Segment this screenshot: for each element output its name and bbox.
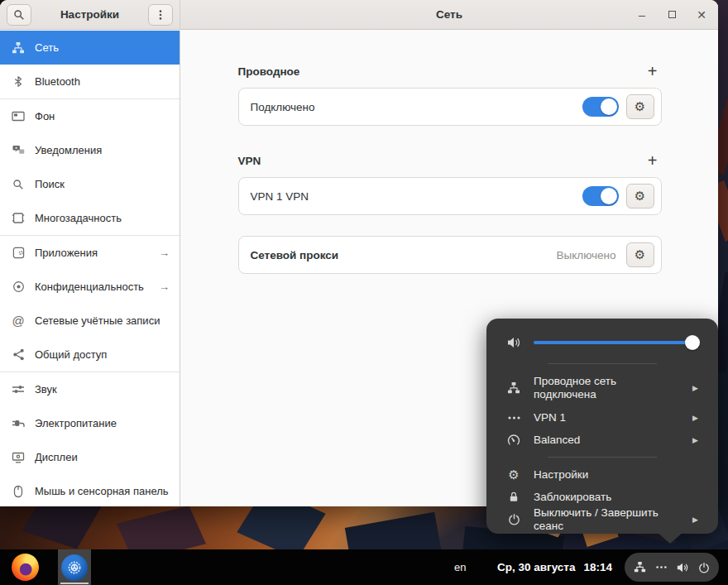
vpn-tray-icon bbox=[655, 563, 668, 571]
settings-menu-item[interactable]: ⚙ Настройки bbox=[486, 463, 718, 486]
sidebar-item-displays[interactable]: Дисплеи bbox=[0, 440, 180, 474]
sidebar-item-online-accounts[interactable]: @ Сетевые учётные записи bbox=[0, 304, 180, 338]
clock-time: 18:14 bbox=[584, 561, 613, 573]
firefox-icon bbox=[12, 554, 39, 581]
vpn-connection-row[interactable]: VPN 1 VPN ⚙ bbox=[238, 177, 662, 215]
lock-menu-label: Заблокировать bbox=[534, 491, 698, 504]
add-vpn-button[interactable]: + bbox=[644, 151, 662, 170]
sidebar-item-label: Сетевые учётные записи bbox=[35, 314, 170, 327]
chevron-right-icon: ▶ bbox=[692, 384, 698, 392]
menu-separator bbox=[548, 363, 657, 364]
sidebar-item-mouse[interactable]: Мышь и сенсорная панель bbox=[0, 474, 180, 506]
bluetooth-icon bbox=[12, 75, 25, 89]
settings-app-button[interactable] bbox=[58, 549, 91, 585]
proxy-row[interactable]: Сетевой прокси Выключено ⚙ bbox=[238, 236, 662, 274]
firefox-launcher[interactable] bbox=[7, 549, 43, 585]
clock[interactable]: Ср, 30 августа 18:14 bbox=[497, 549, 612, 585]
proxy-status: Выключено bbox=[557, 249, 616, 261]
sidebar-item-sharing[interactable]: Общий доступ bbox=[0, 338, 180, 372]
wired-toggle-switch[interactable] bbox=[582, 97, 619, 117]
search-button[interactable] bbox=[7, 4, 31, 26]
sidebar-item-label: Многозадачность bbox=[35, 212, 170, 224]
sidebar-item-label: Дисплеи bbox=[35, 451, 170, 463]
wired-connection-row[interactable]: Подключено ⚙ bbox=[238, 88, 662, 126]
sidebar-item-label: Конфиденциальность bbox=[35, 281, 149, 293]
share-icon bbox=[12, 348, 25, 362]
add-wired-connection-button[interactable]: + bbox=[644, 62, 662, 80]
vpn-toggle-switch[interactable] bbox=[582, 186, 619, 206]
sidebar-item-sound[interactable]: Звук bbox=[0, 372, 180, 406]
sidebar-item-label: Уведомления bbox=[35, 144, 170, 156]
chevron-right-icon: ▶ bbox=[692, 436, 698, 444]
volume-tray-icon bbox=[676, 562, 689, 573]
gear-icon: ⚙ bbox=[635, 99, 645, 114]
vpn-menu-item[interactable]: VPN 1 ▶ bbox=[486, 406, 718, 429]
sidebar-item-multitasking[interactable]: Многозадачность bbox=[0, 201, 180, 235]
display-icon bbox=[12, 451, 25, 464]
maximize-button[interactable] bbox=[663, 7, 680, 23]
proxy-label: Сетевой прокси bbox=[251, 249, 557, 261]
gear-icon: ⚙ bbox=[506, 468, 521, 481]
app-title: Настройки bbox=[31, 8, 148, 21]
taskbar: en Ср, 30 августа 18:14 bbox=[0, 549, 728, 585]
power-profile-label: Balanced bbox=[534, 434, 680, 447]
network-tray-icon bbox=[634, 561, 646, 573]
sidebar-item-search[interactable]: Поиск bbox=[0, 167, 180, 201]
wired-options-button[interactable]: ⚙ bbox=[626, 94, 654, 119]
network-menu-item[interactable]: Проводное сеть подключена ▶ bbox=[486, 370, 718, 406]
vpn-section-title: VPN bbox=[238, 155, 261, 167]
network-icon bbox=[12, 41, 25, 55]
background-icon bbox=[12, 110, 25, 123]
at-icon: @ bbox=[12, 314, 25, 328]
window-controls: – ✕ bbox=[634, 0, 710, 29]
sidebar-item-privacy[interactable]: Конфиденциальность → bbox=[0, 270, 180, 304]
volume-slider-knob[interactable] bbox=[685, 335, 700, 350]
system-menu-tail bbox=[657, 532, 683, 544]
minimize-button[interactable]: – bbox=[634, 7, 650, 23]
sidebar-item-label: Мышь и сенсорная панель bbox=[35, 485, 170, 497]
arrow-right-icon: → bbox=[159, 247, 170, 259]
sidebar-item-label: Сеть bbox=[35, 41, 170, 54]
speaker-icon bbox=[506, 336, 521, 349]
sidebar: Сеть Bluetooth Фон bbox=[0, 31, 180, 506]
sidebar-item-label: Приложения bbox=[35, 247, 149, 259]
sidebar-header: Настройки bbox=[0, 0, 180, 29]
sidebar-item-network[interactable]: Сеть bbox=[0, 31, 180, 65]
sidebar-item-label: Общий доступ bbox=[35, 348, 170, 361]
search-icon bbox=[13, 9, 25, 21]
power-off-menu-label: Выключить / Завершить сеанс bbox=[534, 506, 680, 533]
sidebar-item-label: Электропитание bbox=[35, 417, 170, 429]
multitasking-icon bbox=[12, 212, 25, 225]
proxy-options-button[interactable]: ⚙ bbox=[626, 242, 654, 267]
keyboard-layout-indicator[interactable]: en bbox=[454, 549, 466, 585]
clock-date: Ср, 30 августа bbox=[497, 561, 576, 573]
system-tray-button[interactable] bbox=[625, 553, 719, 582]
close-button[interactable]: ✕ bbox=[693, 7, 710, 23]
maximize-icon bbox=[668, 11, 676, 18]
chevron-right-icon: ▶ bbox=[692, 515, 698, 524]
network-icon bbox=[506, 381, 521, 395]
kebab-menu-icon bbox=[155, 9, 166, 21]
vpn-menu-label: VPN 1 bbox=[534, 411, 680, 424]
sidebar-item-background[interactable]: Фон bbox=[0, 99, 180, 133]
system-menu: Проводное сеть подключена ▶ VPN 1 ▶ bbox=[486, 319, 718, 534]
sidebar-item-power[interactable]: Электропитание bbox=[0, 406, 180, 440]
sidebar-item-notifications[interactable]: Уведомления bbox=[0, 133, 180, 167]
menu-separator bbox=[548, 457, 657, 458]
sidebar-item-bluetooth[interactable]: Bluetooth bbox=[0, 65, 180, 98]
vpn-options-button[interactable]: ⚙ bbox=[626, 184, 654, 209]
power-off-menu-item[interactable]: Выключить / Завершить сеанс ▶ bbox=[486, 508, 718, 530]
wired-section-header: Проводное + bbox=[238, 62, 662, 80]
network-menu-label: Проводное сеть подключена bbox=[534, 375, 680, 401]
toggle-knob bbox=[601, 98, 617, 115]
power-profile-menu-item[interactable]: Balanced ▶ bbox=[486, 429, 718, 451]
toggle-knob bbox=[601, 188, 617, 204]
arrow-right-icon: → bbox=[159, 281, 170, 293]
sidebar-item-applications[interactable]: Приложения → bbox=[0, 236, 180, 270]
vpn-dots-icon bbox=[506, 414, 521, 422]
sidebar-item-label: Bluetooth bbox=[35, 75, 170, 88]
lock-icon bbox=[506, 491, 521, 503]
lock-menu-item[interactable]: Заблокировать bbox=[486, 486, 718, 508]
menu-button[interactable] bbox=[148, 4, 173, 26]
volume-slider[interactable] bbox=[534, 341, 698, 344]
